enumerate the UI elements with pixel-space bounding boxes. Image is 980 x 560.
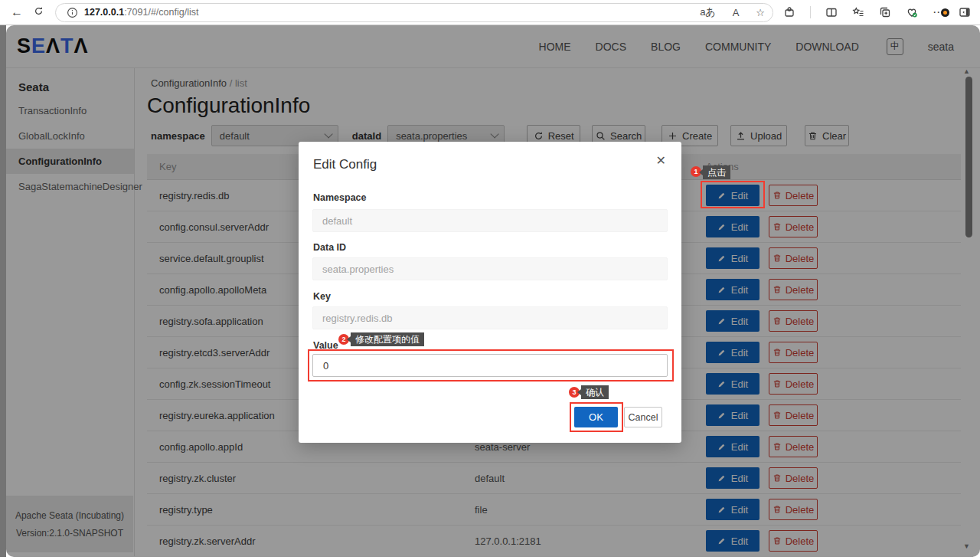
- collections-icon[interactable]: [879, 6, 891, 18]
- dataid-field-label: Data ID: [313, 242, 346, 253]
- annotation-box-value: [308, 349, 674, 382]
- toolbar-divider: [810, 6, 811, 18]
- address-bar[interactable]: 127.0.0.1:7091/#/config/list aあ A ☆: [55, 3, 773, 22]
- url-text: 127.0.0.1:7091/#/config/list: [84, 7, 198, 18]
- tooltip-pointer: [699, 169, 703, 175]
- namespace-field: default: [312, 209, 668, 232]
- notification-badge: [941, 8, 949, 17]
- dataid-field: seata.properties: [312, 257, 668, 280]
- browser-chrome: ← 127.0.0.1:7091/#/config/list aあ A ☆ ⋯: [0, 0, 980, 25]
- tooltip-pointer: [347, 336, 351, 342]
- scrollbar-up-icon[interactable]: ▲: [963, 67, 970, 75]
- close-icon[interactable]: ✕: [656, 153, 666, 168]
- annotation-tooltip: 确认: [581, 385, 609, 399]
- site-info-icon[interactable]: [67, 7, 78, 18]
- cancel-button[interactable]: Cancel: [624, 407, 662, 427]
- browser-essentials-icon[interactable]: [906, 6, 918, 18]
- split-screen-icon[interactable]: [825, 6, 838, 18]
- annotation-box-edit: [701, 181, 765, 208]
- window-left-edge: [0, 25, 6, 557]
- extensions-icon[interactable]: [783, 6, 795, 18]
- favorites-list-icon[interactable]: [852, 6, 864, 18]
- annotation-box-ok: [570, 402, 623, 432]
- browser-refresh-icon[interactable]: [28, 5, 49, 19]
- settings-more-icon[interactable]: ⋯: [933, 5, 944, 19]
- translate-icon[interactable]: aあ: [700, 5, 716, 19]
- namespace-field-label: Namespace: [313, 192, 367, 203]
- scrollbar-down-icon[interactable]: ▼: [963, 542, 970, 550]
- tooltip-pointer: [577, 389, 581, 395]
- modal-title: Edit Config: [313, 157, 377, 172]
- favorite-star-icon[interactable]: ☆: [756, 7, 765, 18]
- browser-back-icon[interactable]: ←: [6, 5, 28, 19]
- scrollbar-thumb[interactable]: [965, 77, 972, 237]
- annotation-tooltip: 点击: [703, 165, 730, 179]
- sidebar-panel-icon[interactable]: [959, 6, 971, 18]
- edit-config-modal: Edit Config ✕ Namespace default Data ID …: [299, 142, 681, 443]
- key-field-label: Key: [313, 291, 331, 302]
- read-aloud-icon[interactable]: A: [733, 7, 740, 18]
- annotation-tooltip: 修改配置项的值: [351, 332, 424, 346]
- key-field: registry.redis.db: [312, 306, 668, 329]
